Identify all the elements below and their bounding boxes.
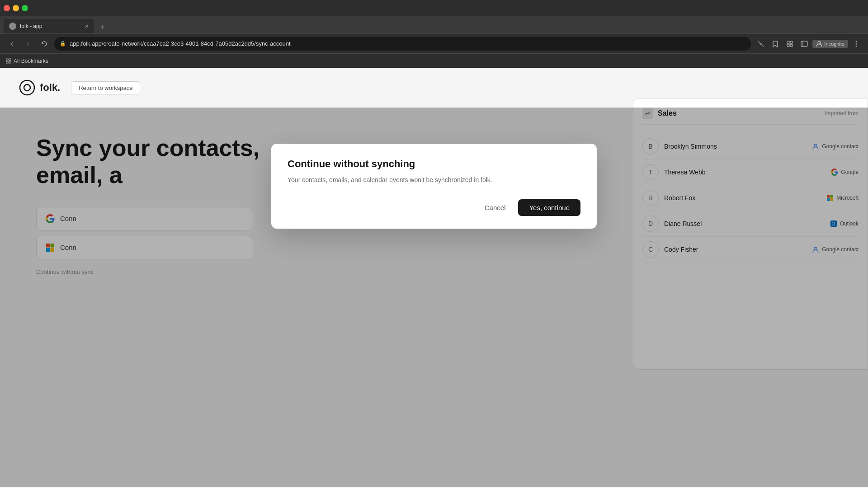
- svg-point-11: [856, 45, 857, 47]
- svg-point-9: [856, 41, 857, 42]
- folk-logo-icon: [18, 79, 36, 97]
- bookmark-icon[interactable]: [769, 38, 782, 50]
- eye-slash-icon: [755, 38, 767, 50]
- svg-rect-6: [801, 41, 807, 47]
- address-bar[interactable]: 🔒 app.folk.app/create-network/ccaa7ca2-3…: [54, 37, 751, 51]
- incognito-badge: Incognito: [812, 40, 848, 48]
- tabs-bar: folk - app × +: [0, 16, 868, 33]
- more-options-icon[interactable]: [850, 38, 863, 50]
- title-bar: [0, 0, 868, 16]
- folk-logo-text: folk.: [40, 82, 60, 94]
- forward-button[interactable]: [22, 38, 34, 50]
- svg-point-12: [20, 80, 34, 95]
- return-to-workspace-button[interactable]: Return to workspace: [71, 81, 140, 94]
- sidebar-icon[interactable]: [798, 38, 811, 50]
- page-content: folk. Return to workspace Sync your cont…: [0, 68, 868, 488]
- bookmarks-bar: All Bookmarks: [0, 53, 868, 68]
- extensions-icon[interactable]: [783, 38, 796, 50]
- close-window-btn[interactable]: [4, 5, 10, 11]
- yes-continue-button[interactable]: Yes, continue: [518, 199, 580, 216]
- minimize-window-btn[interactable]: [13, 5, 19, 11]
- window-controls: [4, 5, 28, 11]
- address-text: app.folk.app/create-network/ccaa7ca2-3ce…: [70, 40, 291, 47]
- dialog-body: Your contacts, emails, and calendar even…: [288, 175, 580, 185]
- back-button[interactable]: [5, 38, 18, 50]
- bookmarks-label: All Bookmarks: [14, 58, 48, 64]
- incognito-label: Incognito: [824, 41, 844, 47]
- main-layout: Sync your contacts, email, a Conn: [0, 108, 868, 487]
- new-tab-button[interactable]: +: [96, 21, 108, 33]
- toolbar-actions: Incognito: [755, 38, 863, 50]
- modal-overlay: Continue without synching Your contacts,…: [0, 108, 868, 487]
- svg-rect-5: [790, 44, 793, 47]
- refresh-button[interactable]: [38, 38, 51, 50]
- maximize-window-btn[interactable]: [22, 5, 28, 11]
- tab-title: folk - app: [20, 23, 81, 29]
- svg-point-1: [12, 25, 14, 27]
- tab-favicon: [9, 23, 16, 30]
- browser-chrome: folk - app × + 🔒 app.folk.app/create-net…: [0, 0, 868, 68]
- browser-tab[interactable]: folk - app ×: [4, 19, 94, 33]
- svg-rect-2: [787, 41, 789, 43]
- all-bookmarks-item[interactable]: All Bookmarks: [5, 58, 48, 64]
- svg-point-10: [856, 43, 857, 44]
- folk-logo: folk.: [18, 79, 60, 97]
- browser-toolbar: 🔒 app.folk.app/create-network/ccaa7ca2-3…: [0, 33, 868, 53]
- svg-rect-3: [790, 41, 793, 43]
- dialog-title: Continue without synching: [288, 158, 580, 170]
- dialog: Continue without synching Your contacts,…: [271, 144, 597, 229]
- lock-icon: 🔒: [60, 41, 66, 47]
- svg-point-13: [24, 84, 30, 91]
- cancel-button[interactable]: Cancel: [477, 199, 513, 216]
- tab-close-icon[interactable]: ×: [85, 23, 89, 29]
- dialog-actions: Cancel Yes, continue: [288, 199, 580, 216]
- svg-rect-4: [787, 44, 789, 47]
